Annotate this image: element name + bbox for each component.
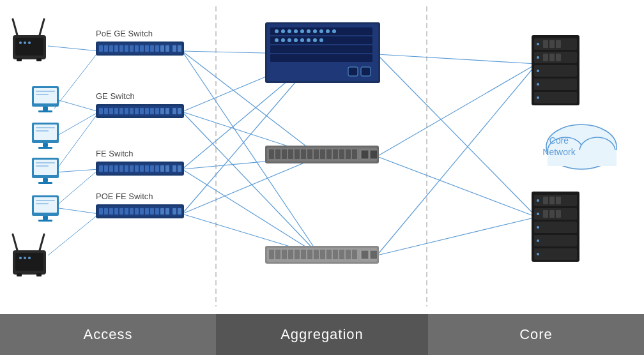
svg-rect-34 — [34, 125, 57, 140]
svg-rect-174 — [361, 250, 369, 259]
svg-rect-17 — [130, 45, 134, 52]
footer-aggregation-label: Aggregation — [280, 326, 364, 343]
svg-rect-190 — [543, 54, 548, 61]
svg-point-127 — [319, 29, 323, 33]
footer-bar: Access Aggregation Core — [0, 314, 644, 355]
svg-rect-12 — [104, 45, 108, 52]
svg-rect-95 — [130, 208, 134, 215]
svg-rect-59 — [43, 178, 48, 182]
svg-point-109 — [19, 257, 22, 259]
svg-rect-181 — [534, 92, 577, 103]
svg-point-134 — [300, 38, 304, 42]
svg-rect-70 — [125, 165, 128, 172]
footer-core-section: Core — [428, 314, 644, 355]
svg-rect-16 — [125, 45, 128, 52]
svg-rect-113 — [36, 273, 42, 276]
svg-rect-82 — [34, 197, 57, 213]
svg-rect-62 — [36, 165, 49, 167]
svg-rect-29 — [43, 107, 48, 110]
svg-rect-191 — [549, 54, 555, 61]
line-router-top-poe — [48, 46, 99, 51]
svg-rect-56 — [178, 108, 181, 114]
svg-rect-161 — [275, 250, 280, 259]
svg-rect-21 — [150, 45, 154, 52]
svg-rect-199 — [534, 208, 577, 220]
svg-rect-76 — [155, 165, 159, 172]
footer-core-label: Core — [519, 326, 553, 343]
svg-rect-91 — [109, 208, 113, 215]
svg-rect-79 — [172, 165, 176, 172]
core-switch-bottom — [532, 192, 579, 262]
svg-rect-156 — [361, 150, 369, 159]
line-ge-agg-bot — [182, 112, 319, 255]
svg-rect-211 — [543, 210, 548, 218]
svg-rect-200 — [534, 222, 577, 233]
svg-point-129 — [332, 29, 336, 33]
svg-point-204 — [537, 213, 539, 215]
svg-point-203 — [537, 199, 539, 202]
agg-switch-bot — [265, 246, 379, 264]
svg-rect-32 — [36, 94, 49, 95]
svg-rect-31 — [36, 91, 55, 92]
poe-fe-switch — [96, 204, 184, 218]
svg-rect-23 — [160, 45, 164, 52]
svg-rect-84 — [38, 220, 52, 222]
svg-rect-86 — [36, 203, 49, 204]
svg-point-131 — [281, 38, 285, 42]
svg-rect-93 — [119, 208, 123, 215]
svg-rect-213 — [556, 210, 561, 218]
line-agg-mid-core-top — [377, 64, 537, 156]
svg-rect-157 — [370, 150, 378, 159]
svg-rect-61 — [36, 162, 55, 163]
line-agg-top-core-bot — [377, 54, 537, 217]
svg-point-6 — [28, 42, 31, 44]
svg-rect-169 — [326, 250, 332, 259]
svg-line-2 — [13, 19, 17, 35]
svg-rect-51 — [150, 108, 154, 114]
svg-rect-78 — [165, 165, 169, 172]
svg-rect-147 — [301, 149, 306, 159]
svg-rect-55 — [172, 108, 176, 114]
svg-rect-96 — [135, 208, 139, 215]
svg-rect-138 — [348, 67, 358, 76]
monitor-3 — [32, 158, 59, 184]
svg-rect-90 — [104, 208, 108, 215]
line-mon1-poe — [54, 51, 99, 109]
svg-rect-52 — [155, 108, 159, 114]
svg-rect-178 — [534, 52, 577, 63]
svg-rect-149 — [314, 149, 319, 159]
svg-rect-26 — [178, 45, 181, 52]
svg-rect-37 — [36, 127, 55, 128]
footer-access-section: Access — [0, 314, 216, 355]
svg-point-133 — [294, 38, 298, 42]
svg-point-206 — [537, 239, 539, 242]
svg-rect-13 — [109, 45, 113, 52]
svg-rect-166 — [307, 250, 312, 259]
line-mon1-ge — [54, 99, 99, 112]
line-mon3-fe — [54, 169, 99, 172]
svg-rect-150 — [320, 149, 325, 159]
network-diagram: PoE GE Switch — [0, 0, 644, 314]
svg-rect-8 — [36, 58, 42, 61]
ge-switch — [96, 104, 184, 118]
svg-rect-80 — [178, 165, 181, 172]
svg-rect-73 — [140, 165, 144, 172]
line-mon4-fe — [54, 169, 99, 208]
svg-rect-177 — [534, 38, 577, 50]
svg-rect-118 — [270, 45, 372, 53]
line-fe-agg-bot — [182, 169, 319, 255]
svg-rect-65 — [99, 165, 103, 172]
line-agg-bot-core-bot — [377, 217, 537, 255]
svg-point-132 — [288, 38, 291, 42]
line-mon4-poe-fe — [54, 208, 99, 214]
svg-point-123 — [294, 29, 298, 33]
cloud-text-network: Network — [542, 147, 576, 157]
svg-rect-145 — [288, 149, 293, 159]
poe-ge-label: PoE GE Switch — [96, 29, 153, 38]
svg-rect-22 — [155, 45, 159, 52]
svg-rect-58 — [34, 160, 57, 175]
svg-rect-171 — [339, 250, 344, 259]
svg-rect-168 — [320, 250, 325, 259]
svg-point-205 — [537, 226, 539, 229]
svg-rect-43 — [109, 108, 113, 114]
